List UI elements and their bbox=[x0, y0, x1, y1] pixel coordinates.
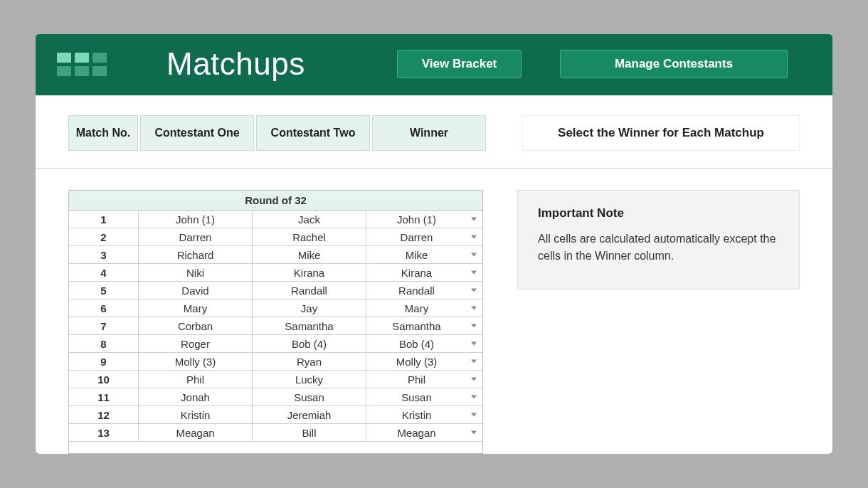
match-number: 10 bbox=[69, 371, 139, 388]
contestant-two-cell: Jay bbox=[253, 299, 366, 317]
contestant-one-cell: Roger bbox=[139, 335, 253, 352]
winner-value: Randall bbox=[398, 285, 435, 297]
match-number: 4 bbox=[69, 264, 139, 281]
contestant-two-cell: Bob (4) bbox=[253, 335, 366, 352]
contestant-one-cell: John (1) bbox=[139, 211, 253, 228]
winner-dropdown[interactable]: John (1) bbox=[366, 211, 482, 228]
match-number: 11 bbox=[69, 388, 139, 405]
chevron-down-icon bbox=[470, 357, 478, 366]
lower-area: Round of 32 1John (1)JackJohn (1)2Darren… bbox=[36, 169, 832, 454]
winner-dropdown[interactable]: Bob (4) bbox=[366, 335, 482, 352]
contestant-two-cell: Ryan bbox=[253, 353, 366, 370]
table-row: 12KristinJeremiahKristin bbox=[69, 406, 482, 424]
winner-dropdown[interactable]: Darren bbox=[366, 228, 482, 245]
content-area: Match No. Contestant One Contestant Two … bbox=[36, 95, 832, 454]
table-row: 5DavidRandallRandall bbox=[69, 282, 482, 299]
match-table-body: 1John (1)JackJohn (1)2DarrenRachelDarren… bbox=[69, 211, 482, 442]
match-number: 1 bbox=[69, 211, 139, 228]
contestant-two-cell: Randall bbox=[253, 282, 366, 299]
table-row: 11JonahSusanSusan bbox=[69, 388, 482, 406]
contestant-two-cell: Kirana bbox=[253, 264, 366, 281]
winner-dropdown[interactable]: Kristin bbox=[366, 406, 482, 423]
table-row: 1John (1)JackJohn (1) bbox=[69, 211, 482, 228]
contestant-one-cell: Phil bbox=[139, 371, 253, 388]
winner-dropdown[interactable]: Susan bbox=[366, 388, 482, 405]
contestant-two-cell: Mike bbox=[253, 246, 366, 263]
column-header-winner: Winner bbox=[372, 115, 486, 151]
match-number: 6 bbox=[69, 299, 139, 317]
column-header-match-no: Match No. bbox=[68, 115, 138, 151]
matchup-table: Round of 32 1John (1)JackJohn (1)2Darren… bbox=[68, 190, 483, 454]
match-number: 7 bbox=[69, 317, 139, 334]
match-number: 12 bbox=[69, 406, 139, 423]
contestant-two-cell: Samantha bbox=[253, 317, 366, 334]
note-text: All cells are calculated automatically e… bbox=[538, 230, 779, 265]
match-number: 9 bbox=[69, 353, 139, 370]
chevron-down-icon bbox=[470, 250, 478, 259]
table-row: 10PhilLuckyPhil bbox=[69, 371, 482, 388]
winner-value: Darren bbox=[401, 231, 433, 243]
winner-dropdown[interactable]: Mike bbox=[366, 246, 482, 263]
contestant-one-cell: Niki bbox=[139, 264, 253, 281]
table-row: 6MaryJayMary bbox=[69, 299, 482, 317]
winner-dropdown[interactable]: Meagan bbox=[366, 424, 482, 441]
manage-contestants-button[interactable]: Manage Contestants bbox=[560, 50, 788, 78]
winner-value: Samantha bbox=[392, 320, 440, 332]
chevron-down-icon bbox=[470, 375, 478, 383]
match-number: 3 bbox=[69, 246, 139, 263]
chevron-down-icon bbox=[470, 322, 478, 330]
contestant-one-cell: Jonah bbox=[139, 388, 253, 405]
winner-dropdown[interactable]: Samantha bbox=[366, 317, 482, 334]
winner-value: Phil bbox=[408, 373, 425, 386]
contestant-one-cell: Darren bbox=[139, 228, 253, 245]
winner-value: Kristin bbox=[402, 409, 432, 421]
winner-dropdown[interactable]: Kirana bbox=[366, 264, 482, 281]
winner-value: Susan bbox=[401, 391, 432, 403]
chevron-down-icon bbox=[470, 428, 478, 437]
contestant-two-cell: Jack bbox=[253, 211, 366, 228]
winner-value: Kirana bbox=[401, 267, 432, 279]
contestant-two-cell: Susan bbox=[253, 388, 366, 405]
winner-dropdown[interactable]: Phil bbox=[366, 371, 482, 388]
chevron-down-icon bbox=[470, 233, 478, 241]
table-row: 4NikiKiranaKirana bbox=[69, 264, 482, 282]
column-header-contestant-two: Contestant Two bbox=[256, 115, 370, 151]
app-frame: Matchups View Bracket Manage Contestants… bbox=[36, 34, 832, 454]
chevron-down-icon bbox=[470, 393, 478, 401]
contestant-one-cell: Molly (3) bbox=[139, 353, 253, 370]
contestant-one-cell: Kristin bbox=[139, 406, 253, 423]
table-row: 13MeaganBillMeagan bbox=[69, 424, 482, 442]
contestant-one-cell: Corban bbox=[139, 317, 253, 334]
winner-value: Bob (4) bbox=[399, 338, 434, 350]
column-header-contestant-one: Contestant One bbox=[140, 115, 254, 151]
chevron-down-icon bbox=[470, 215, 478, 223]
chevron-down-icon bbox=[470, 268, 478, 277]
contestant-one-cell: David bbox=[139, 282, 253, 299]
match-number: 13 bbox=[69, 424, 139, 441]
chevron-down-icon bbox=[470, 304, 478, 312]
table-row: 8RogerBob (4)Bob (4) bbox=[69, 335, 482, 353]
winner-dropdown[interactable]: Randall bbox=[366, 282, 482, 299]
column-header-row: Match No. Contestant One Contestant Two … bbox=[36, 95, 832, 169]
winner-dropdown[interactable]: Molly (3) bbox=[366, 353, 482, 370]
contestant-one-cell: Meagan bbox=[139, 424, 253, 441]
winner-dropdown[interactable]: Mary bbox=[366, 299, 482, 317]
table-row: 3RichardMikeMike bbox=[69, 246, 482, 264]
contestant-two-cell: Jeremiah bbox=[253, 406, 366, 423]
view-bracket-button[interactable]: View Bracket bbox=[397, 50, 522, 78]
winner-value: Meagan bbox=[397, 427, 435, 439]
winner-value: Mike bbox=[406, 249, 428, 261]
header-bar: Matchups View Bracket Manage Contestants bbox=[36, 34, 832, 95]
winner-value: Molly (3) bbox=[396, 356, 438, 368]
chevron-down-icon bbox=[470, 286, 478, 295]
note-box: Important Note All cells are calculated … bbox=[517, 190, 800, 290]
table-row: 9Molly (3)RyanMolly (3) bbox=[69, 353, 482, 371]
contestant-two-cell: Bill bbox=[253, 424, 366, 441]
contestant-two-cell: Lucky bbox=[253, 371, 366, 388]
select-winner-heading: Select the Winner for Each Matchup bbox=[522, 115, 800, 151]
chevron-down-icon bbox=[470, 339, 478, 348]
match-number: 2 bbox=[69, 228, 139, 245]
contestant-one-cell: Mary bbox=[139, 299, 253, 317]
page-title: Matchups bbox=[166, 46, 366, 82]
table-row: 7CorbanSamanthaSamantha bbox=[69, 317, 482, 335]
